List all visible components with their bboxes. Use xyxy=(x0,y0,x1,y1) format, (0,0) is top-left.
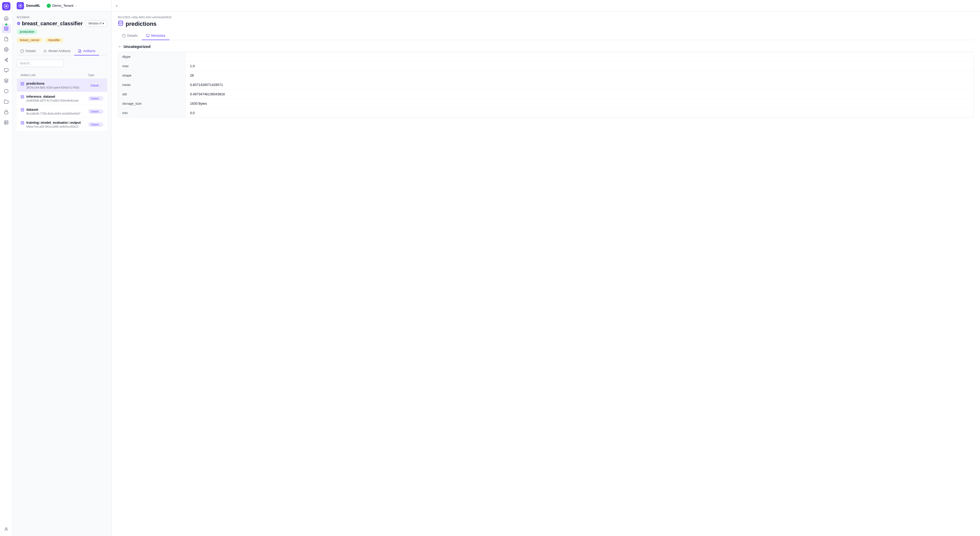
status-dot xyxy=(5,24,7,25)
version-selector[interactable]: Version rf ▾ xyxy=(86,20,107,27)
sidebar-item-layers[interactable] xyxy=(2,76,11,86)
app-name: DemoML xyxy=(26,4,40,8)
artifact-detail-id: 55112921-cd0a-4691-81fc-e4e3ea2b4622 xyxy=(118,16,974,19)
detail-tabs: Details Metadata xyxy=(118,32,974,40)
tab-artifacts[interactable]: Artifacts xyxy=(74,47,99,56)
metadata-value xyxy=(186,52,974,61)
sidebar-item-integrations[interactable] xyxy=(2,55,11,65)
expand-icon[interactable]: » xyxy=(116,4,118,8)
sidebar-item-account[interactable] xyxy=(2,525,11,534)
svg-point-31 xyxy=(21,121,24,122)
tab-artifacts-label: Artifacts xyxy=(83,49,95,53)
sidebar-item-folder[interactable] xyxy=(2,97,11,106)
tag-breast-cancer: breast_cancer xyxy=(17,38,43,43)
tags-row: breast_cancer classifier xyxy=(17,38,107,43)
svg-rect-16 xyxy=(5,121,8,124)
sidebar-item-monitor[interactable] xyxy=(2,66,11,75)
metadata-value: 0.49734746139343816 xyxy=(186,90,974,99)
metadata-table: dtype max 1.0 shape 28 mean 0.6071428571… xyxy=(118,52,974,118)
metadata-key: dtype xyxy=(118,52,186,61)
detail-tab-details[interactable]: Details xyxy=(118,32,142,40)
svg-rect-3 xyxy=(5,29,6,30)
metadata-key: shape xyxy=(118,71,186,80)
artifact-cell: predictions 2870c144-8df1-4334-ade4-654d… xyxy=(17,79,84,92)
col-type: Type xyxy=(84,71,107,79)
model-title-icon: ⚙ xyxy=(17,21,20,26)
artifact-name: training::model_evaluator::output xyxy=(26,121,81,124)
metadata-row: std 0.49734746139343816 xyxy=(118,90,974,99)
svg-marker-14 xyxy=(4,79,8,81)
metadata-row: storage_size 1830 Bytes xyxy=(118,99,974,108)
type-badge: DataA... xyxy=(88,122,104,127)
artifact-type-cell: DataA... xyxy=(84,79,107,92)
artifact-cell: training::model_evaluator::output bfbbe7… xyxy=(17,118,84,131)
metadata-value: 28 xyxy=(186,71,974,80)
tab-details[interactable]: Details xyxy=(17,47,40,56)
table-row[interactable]: training::model_evaluator::output bfbbe7… xyxy=(17,118,107,131)
artifact-db-icon xyxy=(21,95,24,100)
table-row[interactable]: dataset 8e1a6b3b-7708-4b3a-b064-eb3df26e… xyxy=(17,105,107,118)
sidebar-item-table[interactable] xyxy=(2,118,11,127)
artifact-db-icon xyxy=(21,108,24,113)
metadata-row: mean 0.6071428571428571 xyxy=(118,80,974,90)
artifact-hash: 8e1a6b3b-7708-4b3a-b064-eb3df26e65d7 xyxy=(26,112,80,115)
metadata-row: min 0.0 xyxy=(118,108,974,117)
svg-point-7 xyxy=(6,58,8,59)
table-row[interactable]: predictions 2870c144-8df1-4334-ade4-654d… xyxy=(17,79,107,92)
artifact-hash: d1d828d0-d27f-4c7f-a562-f294c8e81ead xyxy=(26,99,78,102)
model-name: breast_cancer_classifier xyxy=(22,21,83,27)
svg-point-29 xyxy=(21,95,24,96)
svg-rect-15 xyxy=(5,112,8,114)
app-logo xyxy=(2,2,10,10)
metadata-key: std xyxy=(118,90,186,99)
tenant-selector[interactable]: Demo_Tenant ⌄ xyxy=(47,4,77,8)
sidebar-item-settings[interactable] xyxy=(2,45,11,54)
table-row[interactable]: inference_dataset d1d828d0-d27f-4c7f-a56… xyxy=(17,92,107,105)
detail-tab-metadata-label: Metadata xyxy=(151,33,165,38)
metadata-value: 1830 Bytes xyxy=(186,99,974,108)
artifact-type-cell: DataA... xyxy=(84,92,107,105)
right-panel: » 55112921-cd0a-4691-81fc-e4e3ea2b4622 p… xyxy=(111,0,980,536)
version-chevron-icon: ▾ xyxy=(102,22,104,25)
sidebar-item-documents[interactable] xyxy=(2,34,11,44)
svg-point-30 xyxy=(21,108,24,109)
svg-point-8 xyxy=(6,60,8,62)
tab-model-artifacts[interactable]: Model Artifacts xyxy=(40,47,74,56)
metadata-section-header[interactable]: Uncategorized xyxy=(118,44,974,49)
metadata-key: storage_size xyxy=(118,99,186,108)
metadata-row: max 1.0 xyxy=(118,62,974,71)
svg-point-28 xyxy=(21,82,24,83)
right-topbar: » xyxy=(111,0,980,11)
metadata-key: max xyxy=(118,62,186,71)
artifact-db-icon xyxy=(21,121,24,125)
sidebar-item-home[interactable] xyxy=(2,14,11,23)
svg-rect-11 xyxy=(4,68,8,71)
metadata-value: 0.0 xyxy=(186,108,974,117)
tenant-status-dot xyxy=(47,4,51,8)
artifact-name: inference_dataset xyxy=(26,95,78,98)
metadata-section-title: Uncategorized xyxy=(124,44,150,49)
sidebar-item-box[interactable] xyxy=(2,86,11,96)
type-badge: DataA... xyxy=(88,109,104,114)
artifact-cell: inference_dataset d1d828d0-d27f-4c7f-a56… xyxy=(17,92,84,105)
model-tabs: Details Model Artifacts Artifacts xyxy=(17,47,107,56)
left-content: 92130b44 ⚙ breast_cancer_classifier Vers… xyxy=(13,11,111,536)
col-artifact-link: Artifact Link xyxy=(17,71,84,79)
svg-rect-36 xyxy=(146,34,150,36)
svg-point-25 xyxy=(45,51,45,51)
tab-details-label: Details xyxy=(25,49,36,53)
svg-point-5 xyxy=(5,49,7,50)
type-badge: DataA... xyxy=(88,96,104,101)
tab-model-artifacts-label: Model Artifacts xyxy=(48,49,71,53)
svg-line-9 xyxy=(6,59,6,60)
metadata-row: dtype xyxy=(118,52,974,62)
detail-tab-metadata[interactable]: Metadata xyxy=(142,32,169,40)
sidebar-item-lock[interactable] xyxy=(2,107,11,117)
model-title-row: ⚙ breast_cancer_classifier Version rf ▾ … xyxy=(17,20,107,34)
search-input[interactable] xyxy=(17,60,64,67)
model-title: ⚙ breast_cancer_classifier xyxy=(17,21,83,27)
metadata-value: 0.6071428571428571 xyxy=(186,80,974,89)
artifacts-table: Artifact Link Type predictions 2870c144-… xyxy=(17,71,107,131)
left-panel: DemoML / Demo_Tenant ⌄ 92130b44 ⚙ breast… xyxy=(13,0,111,536)
detail-tab-details-label: Details xyxy=(127,33,138,38)
